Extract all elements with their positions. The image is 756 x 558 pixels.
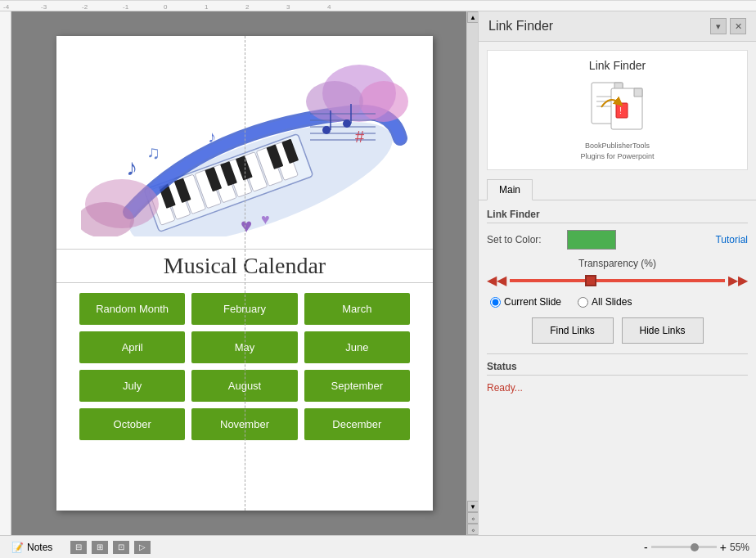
month-button-7[interactable]: August (191, 370, 297, 402)
set-color-label: Set to Color: (487, 234, 560, 245)
find-links-button[interactable]: Find Links (532, 317, 614, 344)
zoom-slider[interactable] (651, 546, 717, 548)
zoom-percent: 55% (730, 542, 749, 553)
month-grid: Random MonthFebruaryMarchAprilMayJuneJul… (56, 283, 433, 450)
svg-text:3: 3 (286, 3, 290, 11)
slide-title: Musical Calendar (56, 249, 433, 283)
svg-text:♫: ♫ (146, 142, 160, 163)
status-section-title: Status (487, 361, 748, 376)
panel-body: Link Finder Set to Color: Tutorial Trans… (479, 200, 756, 535)
slider-left-arrow[interactable]: ◀◀ (487, 272, 506, 288)
svg-text:2: 2 (245, 3, 250, 11)
slider-right-arrow[interactable]: ▶▶ (728, 272, 748, 288)
status-text: Ready... (487, 382, 748, 394)
month-button-3[interactable]: April (79, 331, 185, 363)
svg-text:1: 1 (205, 3, 209, 11)
svg-point-31 (359, 81, 408, 122)
month-button-2[interactable]: March (304, 293, 410, 325)
svg-text:♥: ♥ (261, 211, 270, 227)
status-section: Status Ready... (487, 353, 748, 394)
month-button-8[interactable]: September (304, 370, 410, 402)
slider-track[interactable] (510, 279, 725, 282)
svg-text:-4: -4 (3, 3, 10, 11)
slideshow-icon[interactable]: ▷ (134, 541, 151, 554)
zoom-minus-btn[interactable]: - (644, 541, 648, 554)
notes-icon: 📝 (11, 542, 24, 553)
svg-text:-3: -3 (41, 3, 47, 11)
svg-point-40 (322, 126, 331, 134)
panel-title: Link Finder (488, 19, 553, 34)
svg-point-32 (306, 81, 363, 122)
status-bar: 📝 Notes ⊟ ⊞ ⊡ ▷ - + 55% (0, 535, 756, 558)
notes-label: Notes (27, 542, 52, 553)
action-buttons-row: Find Links Hide Links (487, 317, 748, 344)
svg-text:-1: -1 (123, 3, 129, 11)
slider-thumb[interactable] (585, 275, 596, 286)
panel-tabs: Main (479, 178, 756, 200)
scroll-down-btn[interactable]: ▼ (467, 501, 478, 512)
current-slide-radio[interactable]: Current Slide (490, 296, 561, 308)
zoom-control: - + 55% (644, 541, 749, 554)
slide-image: ♪ ♫ (56, 36, 433, 249)
tutorial-link[interactable]: Tutorial (715, 234, 748, 245)
month-button-0[interactable]: Random Month (79, 293, 185, 325)
month-button-5[interactable]: June (304, 331, 410, 363)
svg-text:0: 0 (164, 3, 168, 11)
month-button-10[interactable]: November (191, 408, 297, 440)
ruler-top: -4 -3 -2 -1 0 1 2 3 4 (0, 0, 756, 11)
month-button-11[interactable]: December (304, 408, 410, 440)
slide-scrollbar[interactable]: ▲ ▼ ⬦ ⬦ (466, 11, 478, 535)
svg-text:♪: ♪ (126, 155, 137, 180)
all-slides-radio[interactable]: All Slides (578, 296, 632, 308)
slide-scope-row: Current Slide All Slides (487, 296, 748, 308)
view-icons: ⊟ ⊞ ⊡ ▷ (70, 541, 151, 554)
svg-text:4: 4 (327, 3, 331, 11)
ruler-left (0, 11, 11, 535)
right-panel: Link Finder ▾ ✕ Link Finder (478, 11, 756, 535)
month-button-9[interactable]: October (79, 408, 185, 440)
transparency-label: Transparency (%) (487, 258, 748, 269)
hide-links-button[interactable]: Hide Links (622, 317, 704, 344)
color-control-row: Set to Color: Tutorial (487, 230, 748, 250)
svg-text:-2: -2 (82, 3, 88, 11)
logo-graphic: ! (585, 79, 650, 136)
svg-point-42 (343, 119, 351, 128)
svg-rect-53 (616, 103, 628, 118)
transparency-slider-row: ◀◀ ▶▶ (487, 272, 748, 288)
month-button-1[interactable]: February (191, 293, 297, 325)
reading-view-icon[interactable]: ⊡ (113, 541, 129, 554)
plugin-logo: Link Finder ! (487, 50, 748, 170)
color-swatch[interactable] (567, 230, 616, 250)
scroll-adj-btn[interactable]: ⬦ (467, 512, 478, 524)
minimize-button[interactable]: ▾ (710, 18, 727, 34)
zoom-plus-btn[interactable]: + (720, 541, 727, 554)
svg-text:♥: ♥ (241, 214, 252, 236)
panel-titlebar: Link Finder ▾ ✕ (479, 11, 756, 42)
scroll-adj2-btn[interactable]: ⬦ (467, 524, 478, 535)
slide: ♪ ♫ (56, 36, 433, 511)
normal-view-icon[interactable]: ⊟ (70, 541, 87, 554)
svg-text:!: ! (619, 106, 622, 115)
scroll-up-btn[interactable]: ▲ (467, 11, 478, 23)
svg-text:#: # (355, 128, 365, 146)
notes-button[interactable]: 📝 Notes (7, 540, 57, 555)
logo-subtitle: BookPublisherTools Plugins for Powerpoin… (580, 141, 654, 161)
month-button-6[interactable]: July (79, 370, 185, 402)
month-button-4[interactable]: May (191, 331, 297, 363)
tab-main[interactable]: Main (487, 179, 533, 200)
close-button[interactable]: ✕ (730, 18, 746, 34)
svg-text:♪: ♪ (208, 128, 216, 146)
link-finder-section-title: Link Finder (487, 209, 748, 223)
slide-sorter-icon[interactable]: ⊞ (92, 541, 108, 554)
logo-title: Link Finder (589, 59, 646, 72)
slide-panel: ♪ ♫ (0, 11, 478, 535)
